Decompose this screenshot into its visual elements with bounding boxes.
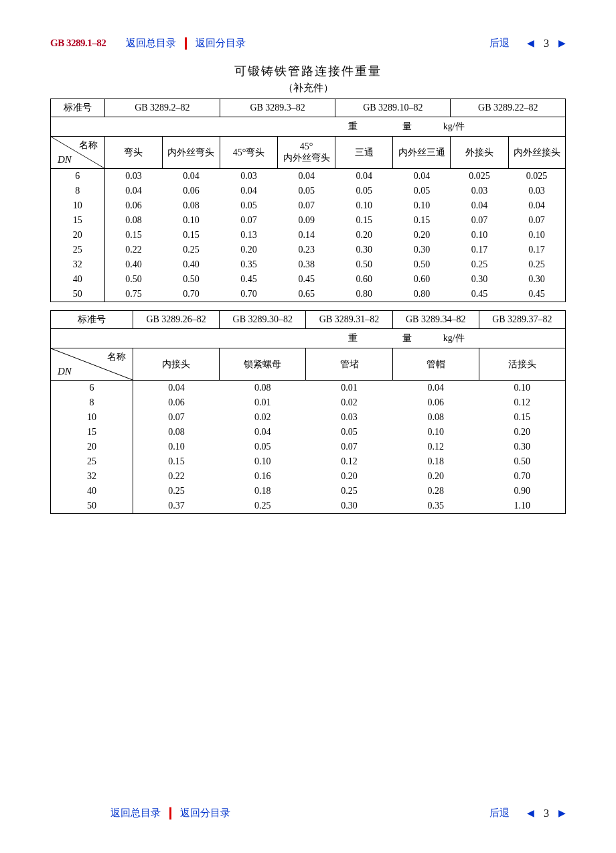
- col-header: 弯头: [104, 137, 162, 169]
- weight-table-1: 标准号 GB 3289.2–82 GB 3289.3–82 GB 3289.10…: [50, 99, 566, 302]
- value-cell: 0.07: [133, 410, 220, 425]
- value-cell: 0.10: [133, 440, 220, 454]
- value-cell: 0.15: [133, 454, 220, 469]
- value-cell: 0.15: [335, 213, 393, 228]
- value-cell: 0.80: [393, 287, 451, 302]
- value-cell: 0.08: [104, 213, 162, 228]
- value-cell: 0.45: [451, 287, 508, 302]
- value-cell: 0.04: [393, 169, 451, 184]
- std-header: GB 3289.22–82: [451, 99, 566, 117]
- value-cell: 0.25: [220, 499, 306, 514]
- dn-cell: 32: [51, 469, 133, 484]
- std-header: GB 3289.37–82: [479, 311, 565, 329]
- value-cell: 0.05: [278, 184, 335, 198]
- dn-cell: 20: [51, 228, 105, 243]
- table-row: 500.750.700.700.650.800.800.450.45: [51, 287, 566, 302]
- table-row: 150.080.040.050.100.20: [51, 425, 566, 440]
- table-row: 标准号 GB 3289.26–82 GB 3289.30–82 GB 3289.…: [51, 311, 566, 329]
- value-cell: 0.07: [508, 213, 565, 228]
- main-toc-link-bottom[interactable]: 返回总目录: [110, 807, 161, 819]
- sub-toc-link-bottom[interactable]: 返回分目录: [180, 807, 230, 819]
- value-cell: 0.07: [278, 198, 335, 213]
- table-row: 80.060.010.020.060.12: [51, 395, 566, 410]
- value-cell: 0.13: [220, 228, 277, 243]
- value-cell: 0.06: [104, 198, 162, 213]
- value-cell: 0.50: [393, 257, 451, 272]
- value-cell: 0.18: [220, 484, 306, 499]
- prev-page-icon[interactable]: ◀: [527, 38, 534, 49]
- table-row: 150.080.100.070.090.150.150.070.07: [51, 213, 566, 228]
- main-toc-link[interactable]: 返回总目录: [126, 37, 176, 50]
- value-cell: 0.05: [306, 425, 392, 440]
- table-row: 名称 DN 内接头 锁紧螺母 管堵 管帽 活接头: [51, 348, 566, 381]
- value-cell: 0.17: [508, 243, 565, 257]
- value-cell: 0.15: [162, 228, 220, 243]
- back-link[interactable]: 后退: [489, 37, 510, 50]
- value-cell: 0.03: [104, 169, 162, 184]
- back-link-bottom[interactable]: 后退: [489, 807, 510, 819]
- table-row: 200.100.050.070.120.30: [51, 440, 566, 454]
- value-cell: 0.45: [508, 287, 565, 302]
- std-header: GB 3289.30–82: [220, 311, 306, 329]
- weight-table-2: 标准号 GB 3289.26–82 GB 3289.30–82 GB 3289.…: [50, 310, 566, 514]
- value-cell: 0.50: [335, 257, 393, 272]
- value-cell: 0.50: [162, 272, 220, 287]
- value-cell: 0.10: [220, 454, 306, 469]
- value-cell: 0.10: [393, 198, 451, 213]
- dn-cell: 50: [51, 287, 105, 302]
- value-cell: 0.08: [220, 381, 306, 396]
- table-row: 重 量 kg/件: [51, 117, 566, 137]
- dn-cell: 40: [51, 484, 133, 499]
- table-row: 名称 DN 弯头 内外丝弯头 45°弯头 45°内外丝弯头 三通 内外丝三通 外…: [51, 137, 566, 169]
- sub-toc-link[interactable]: 返回分目录: [196, 37, 246, 50]
- bottom-nav-bar: 返回总目录 ┃ 返回分目录 后退 ◀ 3 ▶: [110, 807, 566, 819]
- dn-cell: 15: [51, 213, 105, 228]
- dn-cell: 8: [51, 184, 105, 198]
- value-cell: 0.20: [392, 469, 479, 484]
- col-header: 内外丝三通: [393, 137, 451, 169]
- std-header: GB 3289.10–82: [335, 99, 451, 117]
- value-cell: 0.60: [335, 272, 393, 287]
- value-cell: 0.10: [508, 228, 565, 243]
- std-header: GB 3289.31–82: [306, 311, 392, 329]
- table-row: 320.220.160.200.200.70: [51, 469, 566, 484]
- std-header: GB 3289.2–82: [104, 99, 220, 117]
- value-cell: 0.37: [133, 499, 220, 514]
- standard-code: GB 3289.1–82: [50, 38, 106, 49]
- value-cell: 0.04: [392, 381, 479, 396]
- value-cell: 0.25: [508, 257, 565, 272]
- value-cell: 0.60: [393, 272, 451, 287]
- value-cell: 0.03: [451, 184, 508, 198]
- value-cell: 0.15: [393, 213, 451, 228]
- value-cell: 0.16: [220, 469, 306, 484]
- value-cell: 0.23: [278, 243, 335, 257]
- value-cell: 1.10: [479, 499, 565, 514]
- value-cell: 0.18: [392, 454, 479, 469]
- value-cell: 0.04: [451, 198, 508, 213]
- table-row: 重 量 kg/件: [51, 329, 566, 348]
- next-page-icon[interactable]: ▶: [558, 807, 566, 819]
- std-header: GB 3289.34–82: [392, 311, 479, 329]
- weight-unit-row: 重 量 kg/件: [51, 117, 566, 137]
- value-cell: 0.22: [133, 469, 220, 484]
- dn-cell: 50: [51, 499, 133, 514]
- prev-page-icon[interactable]: ◀: [527, 807, 534, 819]
- value-cell: 0.40: [104, 257, 162, 272]
- dn-cell: 25: [51, 454, 133, 469]
- value-cell: 0.38: [278, 257, 335, 272]
- value-cell: 0.30: [508, 272, 565, 287]
- value-cell: 0.25: [451, 257, 508, 272]
- value-cell: 0.25: [306, 484, 392, 499]
- value-cell: 0.02: [220, 410, 306, 425]
- value-cell: 0.25: [162, 243, 220, 257]
- value-cell: 0.30: [451, 272, 508, 287]
- next-page-icon[interactable]: ▶: [558, 38, 566, 49]
- value-cell: 0.35: [392, 499, 479, 514]
- value-cell: 0.30: [479, 440, 565, 454]
- value-cell: 0.07: [451, 213, 508, 228]
- col-header: 内接头: [133, 348, 220, 381]
- value-cell: 0.30: [393, 243, 451, 257]
- value-cell: 0.04: [335, 169, 393, 184]
- col-header: 管堵: [306, 348, 392, 381]
- value-cell: 0.15: [479, 410, 565, 425]
